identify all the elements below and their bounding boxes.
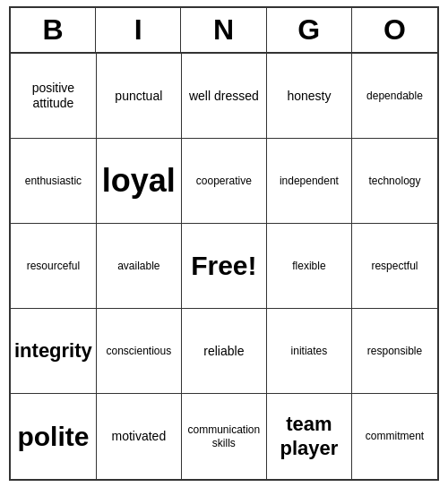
- bingo-cell: independent: [267, 139, 352, 224]
- bingo-cell: loyal: [97, 139, 182, 224]
- cell-text: loyal: [102, 161, 176, 200]
- cell-text: communication skills: [185, 423, 263, 449]
- cell-text: well dressed: [189, 89, 259, 104]
- cell-text: respectful: [371, 260, 418, 272]
- bingo-cell: enthusiastic: [11, 139, 97, 224]
- cell-text: available: [117, 260, 159, 272]
- cell-text: initiates: [291, 345, 328, 357]
- cell-text: conscientious: [106, 345, 171, 357]
- cell-text: polite: [17, 421, 89, 453]
- bingo-cell: commitment: [352, 394, 437, 479]
- cell-text: commitment: [366, 430, 424, 442]
- cell-text: dependable: [366, 90, 423, 102]
- cell-text: flexible: [292, 260, 325, 272]
- bingo-cell: motivated: [97, 394, 182, 479]
- cell-text: punctual: [115, 89, 162, 104]
- cell-text: resourceful: [27, 260, 80, 272]
- cell-text: enthusiastic: [25, 175, 82, 187]
- header-letter: G: [267, 8, 352, 52]
- bingo-cell: resourceful: [11, 224, 97, 309]
- bingo-cell: reliable: [182, 309, 267, 394]
- cell-text: reliable: [203, 344, 244, 359]
- bingo-cell: responsible: [352, 309, 437, 394]
- cell-text: technology: [368, 175, 420, 187]
- header-letter: N: [181, 8, 266, 52]
- header-letter: O: [352, 8, 437, 52]
- bingo-cell: respectful: [352, 224, 437, 309]
- header-letter: I: [96, 8, 181, 52]
- bingo-header: BINGO: [11, 8, 437, 54]
- cell-text: cooperative: [196, 175, 252, 187]
- cell-text: team player: [271, 413, 348, 460]
- bingo-cell: polite: [11, 394, 97, 479]
- cell-text: Free!: [191, 250, 256, 282]
- cell-text: integrity: [14, 339, 92, 363]
- bingo-card: BINGO positive attitudepunctualwell dres…: [9, 6, 439, 481]
- bingo-cell: well dressed: [182, 54, 267, 139]
- bingo-cell: punctual: [97, 54, 182, 139]
- bingo-cell: initiates: [267, 309, 352, 394]
- cell-text: motivated: [111, 429, 166, 444]
- cell-text: honesty: [287, 89, 331, 104]
- cell-text: positive attitude: [14, 81, 92, 111]
- bingo-cell: available: [97, 224, 182, 309]
- bingo-cell: positive attitude: [11, 54, 97, 139]
- header-letter: B: [11, 8, 96, 52]
- bingo-cell: dependable: [352, 54, 437, 139]
- bingo-cell: cooperative: [182, 139, 267, 224]
- cell-text: responsible: [367, 345, 422, 357]
- bingo-cell: communication skills: [182, 394, 267, 479]
- bingo-cell: honesty: [267, 54, 352, 139]
- bingo-grid: positive attitudepunctualwell dressedhon…: [11, 54, 437, 479]
- bingo-cell: conscientious: [97, 309, 182, 394]
- bingo-cell: flexible: [267, 224, 352, 309]
- bingo-cell: integrity: [11, 309, 97, 394]
- bingo-cell: Free!: [182, 224, 267, 309]
- cell-text: independent: [280, 175, 339, 187]
- bingo-cell: technology: [352, 139, 437, 224]
- bingo-cell: team player: [267, 394, 352, 479]
